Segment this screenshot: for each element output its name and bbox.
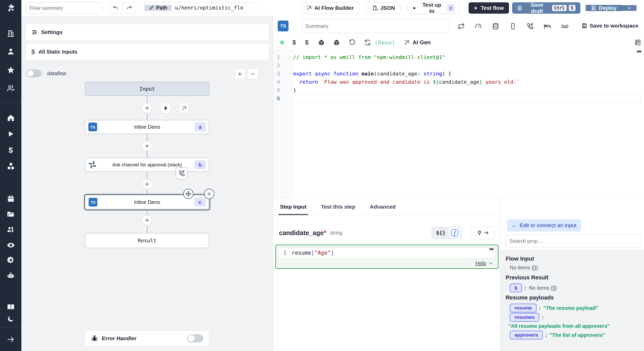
package-icon[interactable] xyxy=(333,39,340,46)
prop-badge-resume[interactable]: resume xyxy=(510,304,537,312)
zoom-out-button[interactable]: − xyxy=(247,69,258,79)
ai-gen-button[interactable]: AI Gen xyxy=(404,39,431,46)
dark-mode-moon-icon[interactable] xyxy=(7,315,15,323)
concurrency-mobile-icon[interactable] xyxy=(509,23,516,30)
error-handler-toggle[interactable] xyxy=(187,334,203,343)
windmill-logo-icon[interactable] xyxy=(6,3,16,13)
ai-suggest-wand-button[interactable] xyxy=(179,102,190,114)
schedules-calendar-icon[interactable] xyxy=(7,195,15,203)
resume-payloads-title: Resume payloads xyxy=(506,294,644,301)
mock-voicemail-icon[interactable] xyxy=(561,22,569,30)
ai-bot-icon[interactable] xyxy=(7,271,15,280)
user-icon[interactable] xyxy=(7,47,15,56)
all-static-inputs-card[interactable]: $ All Static Inputs xyxy=(26,43,269,60)
code-line[interactable]: 2 xyxy=(273,61,644,70)
add-trigger-bolt-button[interactable] xyxy=(160,102,171,114)
flow-node-input[interactable]: Input xyxy=(85,82,209,96)
connect-input-plug-button[interactable] xyxy=(471,227,495,239)
scrollbar-marker[interactable] xyxy=(637,50,641,53)
variables-dollar-icon[interactable]: $ xyxy=(9,146,13,155)
resource-picker-icon[interactable]: $ xyxy=(305,39,308,46)
editor-header: TS Save to workspace xyxy=(273,16,644,36)
bug-icon xyxy=(91,335,98,342)
add-step-button[interactable] xyxy=(142,215,152,225)
undo-button[interactable] xyxy=(109,3,122,13)
redo-button[interactable] xyxy=(122,3,136,13)
tab-test-this-step[interactable]: Test this step xyxy=(321,198,355,215)
test-flow-button[interactable]: Test flow xyxy=(469,2,509,14)
folders-icon[interactable] xyxy=(7,210,15,218)
runs-play-icon[interactable] xyxy=(7,130,15,138)
template-expr-toggle[interactable]: ${} xyxy=(433,230,449,236)
users-icon[interactable] xyxy=(7,84,15,92)
flow-input-empty: No items ([]) xyxy=(510,265,644,271)
expression-editor[interactable]: 1 resume["Age"] Help xyxy=(275,245,498,269)
suspend-phone-incoming-icon[interactable] xyxy=(527,23,534,30)
code-line[interactable]: 5} xyxy=(273,86,644,94)
json-button[interactable]: JSON xyxy=(366,2,401,14)
save-draft-button[interactable]: Save draft Ctrl S xyxy=(512,2,580,14)
flow-settings-card[interactable]: Settings xyxy=(26,24,269,41)
code-line[interactable]: 1// import * as wmill from "npm:windmill… xyxy=(273,53,644,61)
prop-badge-b[interactable]: b xyxy=(510,284,522,292)
deploy-options-chevron[interactable] xyxy=(622,5,637,11)
flow-summary-input[interactable] xyxy=(26,2,103,14)
expression-input[interactable]: 1 resume["Age"] xyxy=(278,247,495,259)
expand-arrow-right-icon[interactable] xyxy=(7,335,15,344)
prop-badge-resumes[interactable]: resumes xyxy=(510,313,539,322)
code-line[interactable]: 6 xyxy=(273,94,644,102)
add-step-button[interactable] xyxy=(142,103,152,113)
delete-step-close-icon[interactable] xyxy=(204,189,214,199)
variable-picker-icon[interactable]: $ xyxy=(292,39,296,46)
save-to-workspace-button[interactable]: Save to workspace xyxy=(581,23,638,29)
path-edit-button[interactable]: Path xyxy=(145,5,171,11)
flow-node-b[interactable]: Ask channel for approval (slack) b xyxy=(85,158,209,172)
move-step-handle[interactable] xyxy=(183,189,193,199)
edit-or-connect-button[interactable]: ← Edit or connect an input xyxy=(507,219,581,232)
code-editor[interactable]: 1// import * as wmill from "npm:windmill… xyxy=(273,49,644,198)
field-row: candidate_age* string ${} f xyxy=(279,227,495,239)
suspend-approval-phone-icon[interactable] xyxy=(176,167,188,179)
workspace-building-icon[interactable] xyxy=(7,30,15,37)
star-icon[interactable] xyxy=(7,66,15,74)
home-icon[interactable] xyxy=(7,114,15,122)
add-step-button[interactable] xyxy=(142,141,152,151)
groups-admin-icon[interactable] xyxy=(7,226,15,234)
lsp-status-dot xyxy=(280,40,284,45)
sidebar-divider xyxy=(0,328,21,328)
dataflow-toggle[interactable] xyxy=(27,70,41,77)
error-handler-card[interactable]: Error Handler xyxy=(85,330,209,346)
package-icon[interactable] xyxy=(318,39,325,46)
zoom-in-button[interactable]: + xyxy=(234,69,245,79)
path-value[interactable]: u/henri/optimistic_flo xyxy=(171,5,256,11)
code-line[interactable]: 4 return `Flow was approved and candidat… xyxy=(273,78,644,86)
tab-step-input[interactable]: Step Input xyxy=(280,198,307,215)
library-panel-icon[interactable] xyxy=(634,39,641,46)
deploy-button[interactable]: Deploy xyxy=(586,5,622,11)
step-summary-input[interactable] xyxy=(301,19,450,33)
help-link[interactable]: Help xyxy=(476,260,493,266)
docs-book-icon[interactable] xyxy=(7,303,15,311)
reload-refresh-icon[interactable] xyxy=(364,39,371,46)
reset-history-icon[interactable] xyxy=(349,39,355,46)
sleep-bed-icon[interactable] xyxy=(544,23,551,30)
ai-flow-builder-button[interactable]: AI Flow Builder xyxy=(301,2,359,14)
cache-database-icon[interactable] xyxy=(492,23,499,30)
flow-node-result[interactable]: Result xyxy=(85,233,209,248)
code-line[interactable]: 3export async function main(candidate_ag… xyxy=(273,70,644,78)
function-expr-toggle[interactable]: f xyxy=(449,228,460,238)
topbar: Path u/henri/optimistic_flo AI Flow Buil… xyxy=(21,0,644,16)
add-step-button[interactable] xyxy=(142,179,152,189)
flow-node-a[interactable]: TS Inline Deno a xyxy=(85,120,209,134)
test-up-to-button[interactable]: Test up to c xyxy=(408,2,460,14)
settings-gear-icon[interactable] xyxy=(7,256,15,264)
early-stop-gauge-icon[interactable] xyxy=(475,23,482,30)
retry-repeat-icon[interactable] xyxy=(457,23,465,30)
step-tabs: Step Input Test this step Advanced xyxy=(273,198,500,215)
resources-boxes-icon[interactable] xyxy=(7,162,15,170)
prop-badge-approvers[interactable]: approvers xyxy=(510,331,543,339)
tab-advanced[interactable]: Advanced xyxy=(370,198,395,215)
search-prop-input[interactable] xyxy=(506,235,642,247)
audit-eye-icon[interactable] xyxy=(6,241,15,250)
runtime-label[interactable]: (Deno) xyxy=(375,39,395,46)
